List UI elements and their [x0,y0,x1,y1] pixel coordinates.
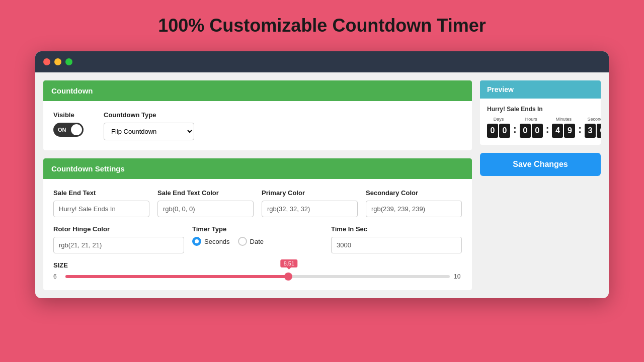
separator-2: : [545,124,550,135]
countdown-digit: 0 [487,124,498,138]
countdown-unit-minutes: Minutes 4 9 [552,117,575,138]
secondary-color-label: Secondary Color [366,189,462,197]
separator-3: : [577,124,583,135]
countdown-seconds-label: Seconds [588,117,601,122]
sale-end-text-color-group: Sale End Text Color [157,189,254,217]
countdown-seconds-digits: 3 6 [585,124,601,138]
radio-seconds-label: Seconds [204,238,230,245]
sale-end-text-color-label: Sale End Text Color [157,189,254,197]
settings-section-header: Countdown Settings [43,158,472,179]
settings-grid-bottom: Rotor Hinge Color Timer Type Seconds [53,225,462,253]
app-window: Countdown Visible ON [35,51,609,298]
countdown-digit: 9 [564,124,575,138]
toggle-on-label: ON [58,127,66,133]
countdown-unit-seconds: Seconds 3 6 [585,117,601,138]
slider-max: 10 [454,273,462,280]
right-panel: Preview Hurry! Sale Ends In Days 0 0 [480,80,601,290]
size-label: SIZE [53,261,462,269]
preview-body: Hurry! Sale Ends In Days 0 0 : [480,99,601,145]
secondary-color-input[interactable] [366,201,462,217]
size-section: SIZE 6 8.51 10 [53,261,462,280]
countdown-section-label: Countdown [51,86,93,95]
slider-container: 6 8.51 10 [53,273,462,280]
countdown-minutes-label: Minutes [556,117,572,122]
radio-date[interactable]: Date [238,237,264,246]
maximize-icon[interactable] [65,58,72,65]
settings-section-body: Sale End Text Sale End Text Color Primar… [43,179,472,290]
countdown-section-body: Visible ON Countdown Type Fl [43,101,472,150]
secondary-color-group: Secondary Color [366,189,462,217]
slider-min: 6 [53,273,61,280]
time-in-sec-group: Time In Sec [331,225,462,253]
rotor-hinge-color-input[interactable] [53,237,184,253]
countdown-hours-label: Hours [525,117,537,122]
countdown-display: Days 0 0 : Hours 0 0 [487,117,594,138]
slider-thumb[interactable]: 8.51 [284,273,292,281]
toggle-knob [71,124,82,135]
countdown-section-header: Countdown [43,80,472,101]
settings-grid-top: Sale End Text Sale End Text Color Primar… [53,189,462,217]
countdown-digit: 4 [552,124,563,138]
primary-color-input[interactable] [262,201,358,217]
radio-seconds-circle [192,237,201,246]
countdown-minutes-digits: 4 9 [552,124,575,138]
countdown-type-label: Countdown Type [104,111,194,119]
preview-header: Preview [480,80,601,99]
slider-track[interactable]: 8.51 [65,275,450,278]
countdown-unit-hours: Hours 0 0 [520,117,543,138]
sale-end-text-group: Sale End Text [53,189,149,217]
close-icon[interactable] [43,58,50,65]
sale-end-text-color-input[interactable] [157,201,254,217]
rotor-hinge-color-group: Rotor Hinge Color [53,225,184,253]
settings-section-label: Countdown Settings [51,164,125,173]
countdown-type-field-group: Countdown Type Flip Countdown Simple Cou… [104,111,194,140]
left-panel: Countdown Visible ON [43,80,472,290]
minimize-icon[interactable] [54,58,61,65]
visible-field-group: Visible ON [53,111,84,137]
countdown-digit: 6 [597,124,601,138]
radio-date-circle [238,237,247,246]
countdown-unit-days: Days 0 0 [487,117,510,138]
countdown-section: Countdown Visible ON [43,80,472,150]
countdown-digit: 0 [499,124,510,138]
sale-end-text-input[interactable] [53,201,149,217]
visible-label: Visible [53,111,84,119]
primary-color-label: Primary Color [262,189,358,197]
preview-label: Preview [487,85,514,94]
slider-tooltip: 8.51 [281,259,297,267]
radio-date-label: Date [250,238,264,245]
countdown-digit: 0 [532,124,543,138]
time-in-sec-label: Time In Sec [331,225,462,233]
countdown-type-select[interactable]: Flip Countdown Simple Countdown Circle C… [104,123,194,140]
timer-type-row: Seconds Date [192,237,323,246]
window-content: Countdown Visible ON [35,72,609,298]
sale-end-text-label: Sale End Text [53,189,149,197]
countdown-digit: 3 [585,124,596,138]
preview-timer-text: Hurry! Sale Ends In [487,106,594,113]
title-bar [35,51,609,72]
visible-row: Visible ON Countdown Type Fl [53,111,462,140]
primary-color-group: Primary Color [262,189,358,217]
save-changes-button[interactable]: Save Changes [480,153,601,176]
countdown-days-label: Days [494,117,504,122]
countdown-hours-digits: 0 0 [520,124,543,138]
timer-type-group: Timer Type Seconds Date [192,225,323,253]
timer-type-label: Timer Type [192,225,323,233]
page-title: 100% Customizable Countdown Timer [158,15,486,36]
visible-toggle[interactable]: ON [53,123,84,137]
time-in-sec-input[interactable] [331,237,462,253]
visible-toggle-container: ON [53,123,84,137]
countdown-digit: 0 [520,124,531,138]
radio-seconds[interactable]: Seconds [192,237,230,246]
settings-section: Countdown Settings Sale End Text Sale En… [43,158,472,290]
slider-fill [65,275,288,278]
countdown-days-digits: 0 0 [487,124,510,138]
preview-card: Preview Hurry! Sale Ends In Days 0 0 [480,80,601,145]
rotor-hinge-color-label: Rotor Hinge Color [53,225,184,233]
separator-1: : [512,124,518,135]
